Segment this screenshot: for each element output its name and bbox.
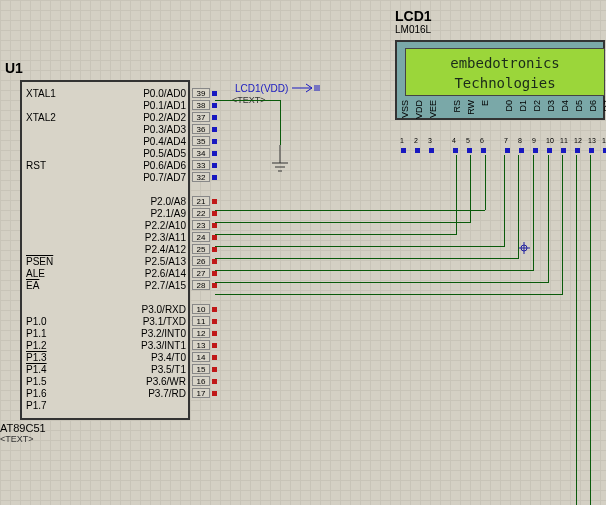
mcu-pin-right: P2.6/A14 (130, 268, 186, 279)
pin-terminal-icon[interactable] (589, 148, 594, 153)
lcd-part: LM016L (395, 24, 431, 35)
mcu-pin-number: 34 (192, 148, 210, 158)
lcd-pin-number: 8 (518, 137, 522, 144)
lcd-pin-number: 10 (546, 137, 554, 144)
pin-terminal-icon[interactable] (561, 148, 566, 153)
wire (215, 246, 505, 247)
mcu-pin-right: P0.7/AD7 (130, 172, 186, 183)
lcd-pin-label: D7 (602, 100, 606, 112)
wire (215, 258, 519, 259)
pin-terminal-icon[interactable] (401, 148, 406, 153)
pin-terminal-icon[interactable] (519, 148, 524, 153)
pin-terminal-icon[interactable] (212, 283, 217, 288)
pin-terminal-icon[interactable] (212, 271, 217, 276)
mcu-pin-number: 25 (192, 244, 210, 254)
mcu-pin-number: 21 (192, 196, 210, 206)
wire (215, 210, 485, 211)
mcu-pin-number: 38 (192, 100, 210, 110)
pin-terminal-icon[interactable] (212, 355, 217, 360)
mcu-pin-left: P1.3 (26, 352, 47, 363)
lcd-pin-label: D0 (504, 100, 514, 112)
wire (215, 234, 457, 235)
mcu-pin-right: P0.5/AD5 (130, 148, 186, 159)
wire (470, 155, 471, 222)
pin-terminal-icon[interactable] (212, 235, 217, 240)
lcd-pin-number: 12 (574, 137, 582, 144)
lcd-ref: LCD1 (395, 8, 432, 24)
mcu-pin-left: XTAL2 (26, 112, 56, 123)
pin-terminal-icon[interactable] (212, 91, 217, 96)
pin-terminal-icon[interactable] (212, 259, 217, 264)
pin-terminal-icon[interactable] (212, 127, 217, 132)
mcu-pin-right: P3.0/RXD (130, 304, 186, 315)
mcu-pin-number: 24 (192, 232, 210, 242)
pin-terminal-icon[interactable] (575, 148, 580, 153)
wire (456, 155, 457, 234)
pin-terminal-icon[interactable] (212, 223, 217, 228)
mcu-pin-number: 13 (192, 340, 210, 350)
pin-terminal-icon[interactable] (212, 175, 217, 180)
wire (576, 155, 577, 505)
wire (562, 155, 563, 294)
pin-terminal-icon[interactable] (212, 367, 217, 372)
pin-terminal-icon[interactable] (505, 148, 510, 153)
pin-terminal-icon[interactable] (212, 247, 217, 252)
mcu-pin-right: P3.1/TXD (130, 316, 186, 327)
wire (280, 100, 281, 145)
mcu-pin-number: 27 (192, 268, 210, 278)
mcu-pin-number: 12 (192, 328, 210, 338)
mcu-pin-left: RST (26, 160, 46, 171)
lcd-pin-label: D4 (560, 100, 570, 112)
lcd-pin-label: D2 (532, 100, 542, 112)
pin-terminal-icon[interactable] (212, 331, 217, 336)
mcu-pin-left: ALE (26, 268, 45, 279)
mcu-pin-left: PSEN (26, 256, 53, 267)
pin-terminal-icon[interactable] (212, 211, 217, 216)
pin-terminal-icon[interactable] (415, 148, 420, 153)
mcu-pin-right: P3.7/RD (130, 388, 186, 399)
mcu-pin-left: XTAL1 (26, 88, 56, 99)
lcd-pin-label: E (480, 100, 490, 106)
lcd-pin-label: RW (466, 100, 476, 115)
mcu-pin-right: P0.0/AD0 (130, 88, 186, 99)
pin-terminal-icon[interactable] (429, 148, 434, 153)
pin-terminal-icon[interactable] (212, 199, 217, 204)
pin-terminal-icon[interactable] (212, 307, 217, 312)
pin-terminal-icon[interactable] (533, 148, 538, 153)
wire (590, 155, 591, 505)
pin-terminal-icon[interactable] (453, 148, 458, 153)
wire (533, 155, 534, 270)
mcu-pin-number: 28 (192, 280, 210, 290)
wire (215, 100, 280, 101)
pin-terminal-icon[interactable] (212, 163, 217, 168)
pin-terminal-icon[interactable] (547, 148, 552, 153)
mcu-pin-right: P3.4/T0 (130, 352, 186, 363)
pin-terminal-icon[interactable] (481, 148, 486, 153)
mcu-pin-right: P2.5/A13 (130, 256, 186, 267)
pin-terminal-icon[interactable] (212, 103, 217, 108)
mcu-pin-left: EA (26, 280, 39, 291)
lcd-screen: embedotronics Technologies (405, 48, 605, 96)
pin-terminal-icon[interactable] (467, 148, 472, 153)
pin-terminal-icon[interactable] (212, 379, 217, 384)
mcu-ref: U1 (5, 60, 23, 76)
pin-terminal-icon[interactable] (212, 139, 217, 144)
lcd-pin-label: VEE (428, 100, 438, 118)
lcd-pin-label: D1 (518, 100, 528, 112)
pin-terminal-icon[interactable] (212, 151, 217, 156)
mcu-pin-right: P3.5/T1 (130, 364, 186, 375)
mcu-pin-left: P1.0 (26, 316, 47, 327)
pin-terminal-icon[interactable] (212, 343, 217, 348)
mcu-pin-right: P3.6/WR (130, 376, 186, 387)
lcd-pin-label: D3 (546, 100, 556, 112)
mcu-pin-right: P2.2/A10 (130, 220, 186, 231)
wire (215, 270, 534, 271)
pin-terminal-icon[interactable] (212, 391, 217, 396)
pin-terminal-icon[interactable] (212, 319, 217, 324)
mcu-pin-number: 26 (192, 256, 210, 266)
mcu-pin-left: P1.5 (26, 376, 47, 387)
lcd-pin-number: 4 (452, 137, 456, 144)
mcu-pin-right: P0.6/AD6 (130, 160, 186, 171)
pin-terminal-icon[interactable] (212, 115, 217, 120)
mcu-pin-right: P3.3/INT1 (130, 340, 186, 351)
